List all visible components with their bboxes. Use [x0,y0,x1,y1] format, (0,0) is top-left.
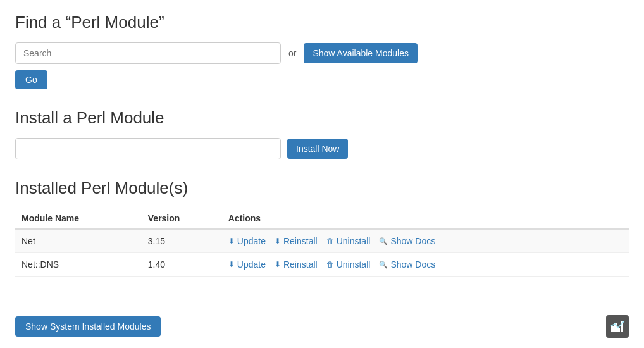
svg-rect-2 [617,328,620,332]
corner-icon [606,315,629,338]
install-section: Install a Perl Module Install Now [15,108,629,159]
reinstall-icon: ⬇ [275,237,281,245]
page-title: Find a “Perl Module” [15,13,629,32]
go-button[interactable]: Go [15,70,47,89]
table-header-row: Module Name Version Actions [15,208,629,229]
bottom-bar: Show System Installed Modules [15,315,629,338]
or-text: or [288,48,296,58]
installed-section: Installed Perl Module(s) Module Name Ver… [15,178,629,277]
modules-table: Module Name Version Actions Net3.15⬇ Upd… [15,208,629,277]
search-input[interactable] [15,42,281,64]
table-row: Net::DNS1.40⬇ Update⬇ Reinstall🗑 Uninsta… [15,253,629,277]
install-row: Install Now [15,138,629,159]
trash-icon: 🗑 [326,237,334,245]
module-name-cell: Net::DNS [15,253,142,277]
reinstall-link[interactable]: ⬇ Reinstall [275,236,318,246]
actions-cell: ⬇ Update⬇ Reinstall🗑 Uninstall🔍 Show Doc… [228,236,622,246]
col-actions: Actions [222,208,629,229]
table-row: Net3.15⬇ Update⬇ Reinstall🗑 Uninstall🔍 S… [15,229,629,253]
download-icon: ⬇ [228,260,235,269]
trash-icon: 🗑 [326,260,334,269]
show-available-modules-button[interactable]: Show Available Modules [304,43,418,63]
search-section: Find a “Perl Module” or Show Available M… [15,13,629,89]
update-link[interactable]: ⬇ Update [228,236,266,246]
col-version: Version [142,208,222,229]
col-module-name: Module Name [15,208,142,229]
search-docs-icon: 🔍 [379,261,388,269]
module-name-cell: Net [15,229,142,253]
install-now-button[interactable]: Install Now [287,139,348,159]
reinstall-icon: ⬇ [275,260,281,269]
page-wrapper: Find a “Perl Module” or Show Available M… [0,0,644,348]
uninstall-link[interactable]: 🗑 Uninstall [326,236,371,246]
update-link[interactable]: ⬇ Update [228,259,266,270]
install-section-title: Install a Perl Module [15,108,629,128]
reinstall-link[interactable]: ⬇ Reinstall [275,259,318,270]
search-row: or Show Available Modules [15,42,629,64]
install-module-input[interactable] [15,138,281,159]
svg-rect-0 [611,326,614,332]
installed-section-title: Installed Perl Module(s) [15,178,629,198]
module-version-cell: 1.40 [142,253,222,277]
download-icon: ⬇ [228,237,235,245]
module-version-cell: 3.15 [142,229,222,253]
actions-cell: ⬇ Update⬇ Reinstall🗑 Uninstall🔍 Show Doc… [228,259,622,270]
uninstall-link[interactable]: 🗑 Uninstall [326,259,371,270]
show-system-modules-button[interactable]: Show System Installed Modules [15,316,161,337]
module-actions-cell: ⬇ Update⬇ Reinstall🗑 Uninstall🔍 Show Doc… [222,253,629,277]
search-docs-icon: 🔍 [379,237,388,245]
show-docs-link[interactable]: 🔍 Show Docs [379,259,435,270]
module-actions-cell: ⬇ Update⬇ Reinstall🗑 Uninstall🔍 Show Doc… [222,229,629,253]
show-docs-link[interactable]: 🔍 Show Docs [379,236,435,246]
